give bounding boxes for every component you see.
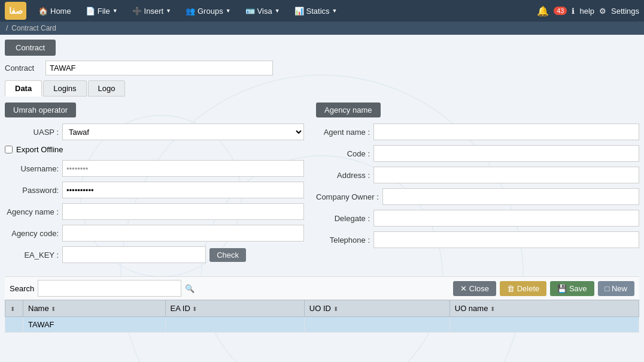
nav-groups[interactable]: 👥 Groups ▼ [180,0,237,22]
nav-statics[interactable]: 📊 Statics ▼ [288,0,344,22]
username-label: Username: [5,164,59,173]
contract-row: Contract [5,61,639,76]
telephone-label: Telephone : [316,236,370,245]
toolbar-right: ✕ Close 🗑 Delete 💾 Save □ New [453,281,634,296]
ea-key-input[interactable] [62,246,206,263]
telephone-input[interactable] [373,231,639,248]
agency-code-input[interactable] [62,225,304,242]
content-area: Contract Contract Data Logins Logo Umrah… [0,35,644,362]
statics-caret: ▼ [332,8,338,14]
ea-key-row: EA_KEY : Check [5,246,304,263]
breadcrumb: / Contract Card [0,22,644,35]
notification-badge: 43 [554,7,567,15]
info-icon: ℹ [572,7,575,16]
form-area: Umrah operator UASP : Tawaf Export Offli… [5,102,639,268]
gear-icon: ⚙ [599,7,606,16]
left-panel: Umrah operator UASP : Tawaf Export Offli… [5,102,304,268]
ea-key-label: EA_KEY : [5,251,59,260]
contract-label: Contract [5,64,41,73]
uasp-select[interactable]: Tawaf [62,123,304,140]
contract-button[interactable]: Contract [5,40,56,56]
tab-logins[interactable]: Logins [43,80,86,96]
breadcrumb-separator: / [6,24,8,32]
agent-name-row: Agent name : [316,123,639,140]
bell-icon[interactable]: 🔔 [537,5,549,17]
agent-name-label: Agent name : [316,128,370,137]
password-label: Password: [5,186,59,195]
row-uo-name-cell [449,317,639,333]
col-uo-name[interactable]: UO name ⬍ [449,300,639,317]
file-icon: 📄 [86,7,95,16]
check-button[interactable]: Check [209,248,246,262]
home-icon: 🏠 [38,7,48,16]
agency-name-button[interactable]: Agency name [316,102,381,117]
umrah-operator-button[interactable]: Umrah operator [5,102,76,117]
agency-name-input[interactable] [62,203,304,220]
export-offline-checkbox[interactable] [5,146,13,153]
right-panel: Agency name Agent name : Code : Address … [316,102,639,268]
app-logo: صفا [5,2,26,20]
nav-visa[interactable]: 🪪 Visa ▼ [239,0,286,22]
file-caret: ▼ [113,8,118,14]
data-table: ⬍ Name ⬍ EA ID ⬍ UO ID ⬍ UO name ⬍ [5,300,639,333]
visa-caret: ▼ [275,8,280,14]
insert-icon: ➕ [132,7,142,16]
nav-file[interactable]: 📄 File ▼ [80,0,124,22]
password-row: Password: [5,182,304,198]
col-uo-id[interactable]: UO ID ⬍ [304,300,449,317]
export-offline-label: Export Offline [16,145,63,154]
agency-code-row: Agency code: [5,225,304,242]
code-label: Code : [316,149,370,158]
col-ea-id[interactable]: EA ID ⬍ [165,300,304,317]
address-input[interactable] [373,167,639,183]
nav-right: 🔔 43 ℹ help ⚙ Settings [537,5,639,17]
row-uo-id-cell [304,317,449,333]
row-checkbox-cell [5,317,23,333]
agency-name-label: Agency name : [5,207,59,216]
contract-input[interactable] [45,61,273,76]
username-input[interactable] [62,160,304,177]
delegate-input[interactable] [373,210,639,227]
new-button[interactable]: □ New [598,281,634,296]
delegate-label: Delegate : [316,214,370,223]
search-input[interactable] [38,280,181,297]
table-header-row: ⬍ Name ⬍ EA ID ⬍ UO ID ⬍ UO name ⬍ [5,300,639,317]
search-area: Search 🔍 [10,280,195,297]
delete-button[interactable]: 🗑 Delete [500,281,546,296]
agency-code-label: Agency code: [5,229,59,238]
search-toolbar-row: Search 🔍 ✕ Close 🗑 Delete 💾 Save □ New [5,276,639,300]
company-owner-input[interactable] [382,188,639,205]
col-checkbox: ⬍ [5,300,23,317]
code-input[interactable] [373,145,639,162]
username-row: Username: [5,160,304,177]
settings-label[interactable]: Settings [611,7,639,16]
uasp-row: UASP : Tawaf [5,123,304,140]
tab-logo[interactable]: Logo [88,80,126,96]
search-label: Search [10,284,34,293]
password-input[interactable] [62,182,304,198]
groups-icon: 👥 [186,7,195,16]
row-name-cell: TAWAF [23,317,166,333]
help-label[interactable]: help [579,7,594,16]
save-button[interactable]: 💾 Save [550,281,594,296]
col-name[interactable]: Name ⬍ [23,300,166,317]
groups-caret: ▼ [226,8,231,14]
nav-insert[interactable]: ➕ Insert ▼ [126,0,177,22]
navbar: صفا 🏠 Home 📄 File ▼ ➕ Insert ▼ 👥 Groups … [0,0,644,22]
agent-name-input[interactable] [373,123,639,140]
tab-data[interactable]: Data [5,80,42,96]
close-button[interactable]: ✕ Close [453,281,496,296]
telephone-row: Telephone : [316,231,639,248]
address-row: Address : [316,167,639,183]
uasp-label: UASP : [5,128,59,137]
row-ea-id-cell [165,317,304,333]
code-row: Code : [316,145,639,162]
delegate-row: Delegate : [316,210,639,227]
export-offline-row: Export Offline [5,145,304,154]
address-label: Address : [316,171,370,180]
table-row[interactable]: TAWAF [5,317,639,333]
breadcrumb-page: Contract Card [11,24,56,32]
company-owner-row: Company Owner : [316,188,639,205]
nav-home[interactable]: 🏠 Home [32,0,77,22]
search-icon: 🔍 [185,284,195,293]
